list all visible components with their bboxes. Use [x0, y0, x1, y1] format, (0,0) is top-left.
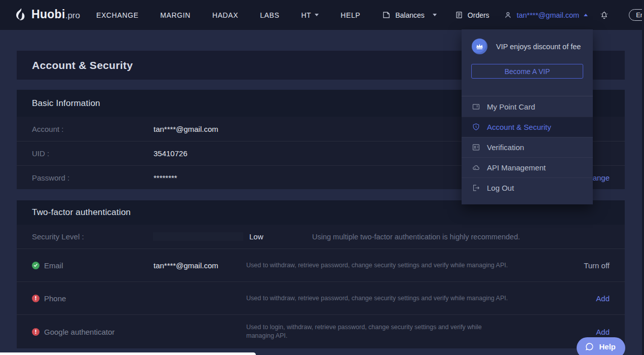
- email-method-row: Email tan****@gmail.com Used to withdraw…: [17, 248, 625, 281]
- help-label: Help: [599, 342, 616, 351]
- phone-method-description: Used to withdraw, retrieve password, cha…: [246, 294, 511, 303]
- google-auth-method-label: ! Google authenticator: [32, 328, 115, 336]
- nav-right: Balances Orders tan****@gmail.com: [382, 9, 644, 21]
- scrollbar-track[interactable]: [642, 0, 644, 355]
- check-circle-icon: [32, 262, 40, 269]
- security-level-progress: [153, 232, 243, 241]
- top-nav: Huobi .pro EXCHANGE MARGIN HADAX LABS HT…: [0, 0, 644, 30]
- account-label: Account :: [32, 125, 64, 133]
- email-method-value: tan****@gmail.com: [154, 261, 218, 270]
- nav-link-hadax[interactable]: HADAX: [212, 11, 238, 19]
- email-method-label: Email: [32, 261, 63, 270]
- security-level-row: Security Level : Low Using multiple two-…: [17, 225, 625, 248]
- menu-item-log-out[interactable]: Log Out: [462, 178, 593, 198]
- menu-item-api-management[interactable]: API Management: [462, 157, 593, 178]
- primary-nav: EXCHANGE MARGIN HADAX LABS HT HELP: [96, 11, 382, 19]
- chevron-down-icon: [315, 14, 319, 16]
- user-icon: [504, 11, 512, 19]
- two-factor-section: Two-factor authentication Security Level…: [17, 200, 625, 348]
- email-method-description: Used to withdraw, retrieve password, cha…: [246, 261, 511, 270]
- brand-name: Huobi: [31, 8, 65, 21]
- menu-item-account-security[interactable]: Account & Security: [462, 117, 593, 137]
- menu-item-my-point-card[interactable]: My Point Card: [462, 96, 593, 117]
- warning-circle-icon: !: [32, 328, 40, 336]
- security-level-value: Low: [249, 232, 263, 241]
- point-card-icon: [472, 102, 480, 111]
- account-menu-trigger[interactable]: tan****@gmail.com: [504, 11, 588, 19]
- chat-bubble-icon: [585, 342, 594, 351]
- huobi-logo[interactable]: Huobi .pro: [14, 8, 80, 22]
- logout-icon: [472, 184, 480, 192]
- vip-crown-icon: [472, 39, 487, 54]
- shield-icon: [472, 123, 480, 131]
- bottom-page-edge: [0, 352, 256, 355]
- orders-label: Orders: [468, 11, 489, 19]
- become-vip-button[interactable]: Become A VIP: [471, 64, 583, 79]
- notification-bell-icon[interactable]: [600, 11, 609, 20]
- google-auth-method-row: ! Google authenticator Used to login, wi…: [17, 314, 625, 348]
- menu-item-verification[interactable]: Verification: [462, 137, 593, 157]
- phone-method-row: ! Phone Used to withdraw, retrieve passw…: [17, 281, 625, 314]
- vip-banner-text: VIP enjoys discount of fee: [496, 43, 581, 51]
- uid-value: 35410726: [154, 149, 187, 158]
- password-value: ********: [154, 173, 177, 182]
- account-dropdown-menu: VIP enjoys discount of fee Become A VIP …: [462, 29, 593, 204]
- balances-menu[interactable]: Balances: [382, 11, 437, 19]
- google-auth-method-description: Used to login, withdraw, retrieve passwo…: [246, 323, 511, 340]
- nav-link-labs[interactable]: LABS: [260, 11, 279, 19]
- nav-link-exchange[interactable]: EXCHANGE: [96, 11, 138, 19]
- security-level-label: Security Level :: [32, 232, 84, 241]
- vip-banner: VIP enjoys discount of fee: [462, 29, 593, 54]
- email-turn-off-button[interactable]: Turn off: [584, 261, 610, 270]
- page-title: Account & Security: [32, 59, 133, 72]
- account-email: tan****@gmail.com: [517, 11, 580, 19]
- phone-method-label: ! Phone: [32, 294, 66, 303]
- nav-link-ht[interactable]: HT: [301, 11, 319, 19]
- warning-circle-icon: !: [32, 295, 40, 302]
- flame-icon: [14, 8, 27, 22]
- chevron-up-icon: [584, 14, 588, 16]
- document-icon: [455, 11, 463, 19]
- section-heading: Basic Information: [32, 98, 100, 109]
- account-menu-list: My Point Card Account & Security Verific…: [462, 96, 593, 198]
- brand-suffix: .pro: [65, 11, 80, 21]
- wallet-icon: [382, 11, 391, 19]
- uid-label: UID :: [32, 149, 49, 158]
- security-level-note: Using multiple two-factor authentication…: [312, 233, 520, 241]
- help-button[interactable]: Help: [577, 337, 625, 355]
- api-cloud-icon: [472, 163, 480, 172]
- orders-menu[interactable]: Orders: [455, 11, 489, 19]
- account-value: tan****@gmail.com: [154, 125, 218, 133]
- chevron-down-icon: [433, 14, 437, 16]
- nav-link-margin[interactable]: MARGIN: [160, 11, 191, 19]
- balances-label: Balances: [395, 11, 425, 19]
- section-heading: Two-factor authentication: [32, 207, 131, 218]
- id-card-icon: [472, 143, 480, 152]
- phone-add-button[interactable]: Add: [596, 294, 610, 303]
- nav-link-help[interactable]: HELP: [340, 11, 360, 19]
- password-label: Password :: [32, 173, 69, 182]
- google-auth-add-button[interactable]: Add: [596, 328, 610, 336]
